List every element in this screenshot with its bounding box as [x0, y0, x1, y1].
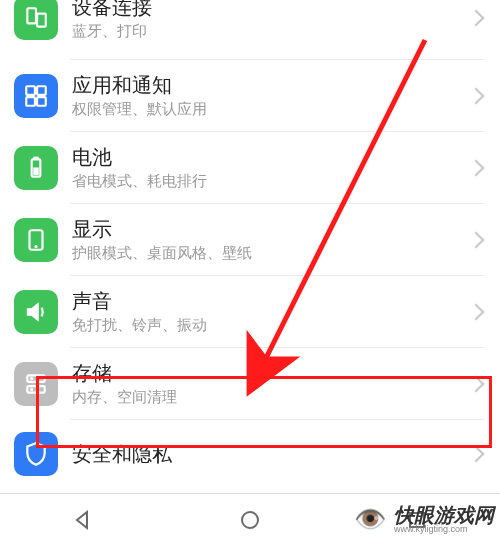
item-title: 电池: [72, 144, 470, 170]
watermark-url: www.kyligting.com: [394, 525, 494, 534]
item-title: 存储: [72, 360, 470, 386]
settings-item-storage[interactable]: 存储 内存、空间清理: [0, 348, 500, 419]
settings-item-sound[interactable]: 声音 免打扰、铃声、振动: [0, 276, 500, 347]
svg-rect-5: [37, 97, 46, 106]
chevron-right-icon: [468, 9, 485, 26]
chevron-right-icon: [468, 231, 485, 248]
item-title: 设备连接: [72, 0, 470, 20]
svg-rect-1: [37, 13, 46, 26]
item-subtitle: 免打扰、铃声、振动: [72, 316, 470, 335]
nav-back-button[interactable]: [69, 506, 97, 534]
svg-rect-4: [26, 97, 35, 106]
sound-icon: [14, 290, 58, 334]
item-subtitle: 内存、空间清理: [72, 388, 470, 407]
svg-point-16: [242, 512, 258, 528]
svg-rect-11: [27, 375, 44, 382]
item-subtitle: 护眼模式、桌面风格、壁纸: [72, 244, 470, 263]
item-subtitle: 省电模式、耗电排行: [72, 172, 470, 191]
chevron-right-icon: [468, 375, 485, 392]
settings-list: 设备连接 蓝牙、打印 应用和通知 权限管理、默认应用 电池 省电模式、耗电排行: [0, 0, 500, 488]
apps-icon: [14, 74, 58, 118]
svg-rect-7: [34, 157, 38, 159]
svg-rect-3: [37, 86, 46, 95]
shield-icon: [14, 432, 58, 476]
item-subtitle: 权限管理、默认应用: [72, 100, 470, 119]
item-title: 应用和通知: [72, 72, 470, 98]
settings-item-display[interactable]: 显示 护眼模式、桌面风格、壁纸: [0, 204, 500, 275]
chevron-right-icon: [468, 446, 485, 463]
svg-rect-2: [26, 86, 35, 95]
svg-point-10: [35, 245, 37, 247]
devices-icon: [14, 0, 58, 40]
settings-item-apps-notifications[interactable]: 应用和通知 权限管理、默认应用: [0, 60, 500, 131]
chevron-right-icon: [468, 159, 485, 176]
settings-item-battery[interactable]: 电池 省电模式、耗电排行: [0, 132, 500, 203]
chevron-right-icon: [468, 303, 485, 320]
watermark-text: 快眼游戏网: [394, 505, 494, 525]
storage-icon: [14, 362, 58, 406]
item-title: 显示: [72, 216, 470, 242]
nav-home-button[interactable]: [236, 506, 264, 534]
svg-rect-12: [27, 386, 44, 393]
svg-point-13: [31, 377, 33, 379]
item-subtitle: 蓝牙、打印: [72, 22, 470, 41]
item-title: 安全和隐私: [72, 441, 470, 467]
settings-item-device-connection[interactable]: 设备连接 蓝牙、打印: [0, 0, 500, 53]
battery-icon: [14, 146, 58, 190]
svg-rect-8: [34, 168, 38, 175]
chevron-right-icon: [468, 87, 485, 104]
settings-item-security-privacy[interactable]: 安全和隐私: [0, 420, 500, 488]
item-title: 声音: [72, 288, 470, 314]
svg-point-14: [31, 388, 33, 390]
svg-rect-0: [27, 8, 36, 23]
watermark-eye-icon: 👁️: [350, 499, 390, 539]
display-icon: [14, 218, 58, 262]
watermark: 👁️ 快眼游戏网 www.kyligting.com: [350, 499, 494, 539]
